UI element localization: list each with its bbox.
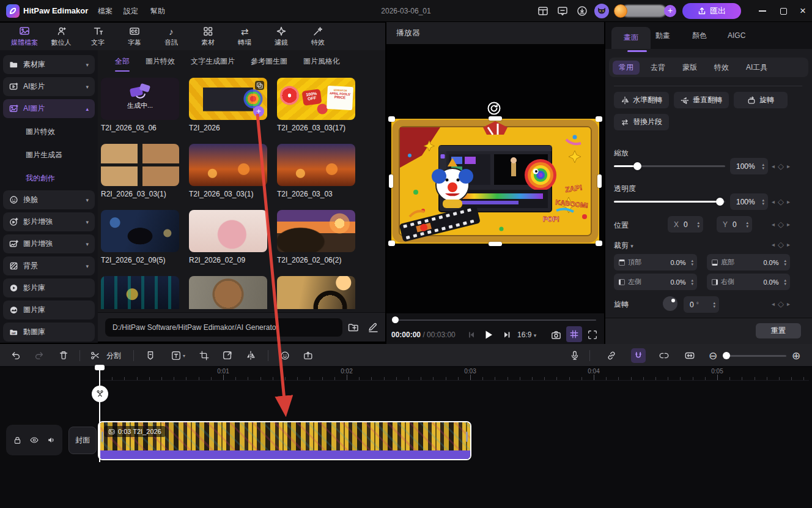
- undo-button[interactable]: [10, 349, 22, 362]
- next-keyframe-button[interactable]: ▸: [787, 241, 790, 248]
- resize-handle-n[interactable]: [489, 116, 502, 121]
- download-icon[interactable]: [576, 5, 588, 17]
- clip-trim-right[interactable]: [466, 431, 468, 442]
- subtab-remove-bg[interactable]: 去背: [644, 61, 671, 75]
- split-label[interactable]: 分割: [106, 349, 121, 362]
- resize-handle-w[interactable]: [389, 174, 393, 188]
- stepper[interactable]: ▴▾: [762, 198, 764, 206]
- redo-button[interactable]: [33, 349, 45, 362]
- prev-keyframe-button[interactable]: ◂: [772, 163, 775, 170]
- tab-all[interactable]: 全部: [115, 56, 130, 67]
- stepper[interactable]: ▴▾: [697, 221, 699, 228]
- play-button[interactable]: [481, 327, 496, 343]
- tab-text-to-image[interactable]: 文字生成圖片: [191, 56, 235, 67]
- resize-handle-nw[interactable]: [388, 116, 395, 122]
- tool-subtitle[interactable]: 字幕: [119, 24, 150, 50]
- stepper[interactable]: ▴▾: [691, 259, 693, 266]
- tool-text[interactable]: 文字: [82, 24, 114, 50]
- next-frame-button[interactable]: [499, 327, 515, 343]
- tool-audio[interactable]: ♪ 音訊: [155, 24, 187, 50]
- track-mute-icon[interactable]: [46, 435, 56, 445]
- media-item[interactable]: [189, 210, 267, 252]
- track-visibility-icon[interactable]: [29, 435, 39, 445]
- sidebar-item-material-library[interactable]: 素材庫▾: [3, 55, 95, 74]
- add-keyframe-button[interactable]: ◇: [778, 220, 784, 229]
- next-keyframe-button[interactable]: ▸: [787, 221, 790, 228]
- fullscreen-button[interactable]: [585, 327, 600, 343]
- rotate-handle[interactable]: [487, 102, 501, 115]
- clip-trim-left[interactable]: [102, 431, 103, 442]
- flip-horizontal-button[interactable]: 水準翻轉: [614, 92, 669, 108]
- sidebar-item-ai-image[interactable]: AI圖片▴: [3, 99, 95, 118]
- tab-reference-to-image[interactable]: 參考圖生圖: [251, 56, 287, 67]
- stepper[interactable]: ▴▾: [784, 259, 786, 266]
- split-icon[interactable]: [89, 349, 102, 362]
- previous-frame-button[interactable]: [463, 327, 479, 343]
- opacity-value-box[interactable]: 100% ▴▾: [730, 193, 768, 210]
- open-folder-icon[interactable]: [347, 321, 360, 334]
- mirror-button[interactable]: [245, 349, 257, 362]
- media-item[interactable]: [189, 144, 267, 186]
- opacity-slider[interactable]: [614, 201, 725, 203]
- sidebar-item-gif-library[interactable]: GIF 動圖庫: [3, 323, 95, 342]
- zoom-in-button[interactable]: ⊕: [790, 349, 802, 362]
- flip-vertical-button[interactable]: 垂直翻轉: [674, 92, 729, 108]
- add-keyframe-button[interactable]: ◇: [778, 240, 784, 249]
- menu-help[interactable]: 幫助: [150, 0, 165, 22]
- media-item[interactable]: [277, 210, 355, 252]
- opacity-slider-handle[interactable]: [716, 198, 724, 206]
- voiceover-button[interactable]: [569, 349, 581, 362]
- rotate-button[interactable]: 旋轉: [734, 92, 788, 108]
- export-button[interactable]: 匯出: [682, 3, 741, 19]
- zoom-out-button[interactable]: ⊖: [707, 349, 719, 362]
- resize-handle-e[interactable]: [597, 174, 602, 188]
- scale-value-box[interactable]: 100% ▴▾: [730, 158, 768, 174]
- prev-keyframe-button[interactable]: ◂: [772, 241, 775, 248]
- add-keyframe-button[interactable]: ◇: [778, 197, 784, 206]
- add-to-timeline-button[interactable]: +: [253, 106, 264, 117]
- close-button[interactable]: ×: [794, 0, 812, 22]
- sidebar-item-ai-video[interactable]: AI影片▾: [3, 77, 95, 96]
- media-item[interactable]: [189, 276, 267, 309]
- subtab-mask[interactable]: 蒙版: [676, 61, 703, 75]
- user-avatar[interactable]: [594, 4, 609, 18]
- sidebar-item-image-enhance[interactable]: 圖片增強▾: [3, 234, 95, 253]
- position-y-box[interactable]: Y 0 ▴▾: [717, 216, 752, 233]
- tab-image-stylize[interactable]: 圖片風格化: [303, 56, 340, 67]
- subtab-effects[interactable]: 特效: [708, 61, 735, 75]
- next-keyframe-button[interactable]: ▸: [787, 163, 790, 170]
- playhead[interactable]: [99, 365, 100, 462]
- resize-handle-ne[interactable]: [596, 116, 602, 122]
- tool-digital-human[interactable]: 數位人: [45, 24, 77, 50]
- export-frame-button[interactable]: [221, 349, 234, 362]
- rotate-knob[interactable]: [663, 296, 677, 311]
- playhead-handle[interactable]: [95, 365, 105, 370]
- edit-path-icon[interactable]: [367, 321, 379, 334]
- rotate-value-box[interactable]: 0 ° ▴▾: [684, 296, 719, 313]
- next-keyframe-button[interactable]: ▸: [787, 198, 790, 205]
- cover-button[interactable]: 封面: [68, 427, 97, 454]
- sidebar-item-video-enhance[interactable]: 影片增強▾: [3, 212, 95, 231]
- aspect-ratio-select[interactable]: 16:9 ▾: [517, 326, 536, 344]
- crop-tool-button[interactable]: [198, 349, 210, 362]
- link-clips-button[interactable]: [605, 349, 618, 362]
- add-keyframe-button[interactable]: ◇: [778, 299, 784, 308]
- snapshot-button[interactable]: [548, 327, 564, 343]
- tab-picture[interactable]: 畫面: [611, 27, 651, 49]
- sidebar-item-image-library[interactable]: 圖片庫: [3, 301, 95, 319]
- sidebar-item-background[interactable]: 背景▾: [3, 256, 95, 275]
- marker-button[interactable]: [144, 349, 157, 362]
- menu-settings[interactable]: 設定: [124, 0, 138, 22]
- feedback-icon[interactable]: [556, 5, 569, 17]
- media-item[interactable]: [101, 210, 179, 252]
- crop-bottom-box[interactable]: 底部 0.0% ▴▾: [707, 254, 790, 271]
- magnet-snap-button[interactable]: [631, 348, 646, 363]
- maximize-button[interactable]: [774, 0, 792, 22]
- media-item-t2i-2026[interactable]: +: [189, 78, 267, 120]
- media-item[interactable]: [101, 144, 179, 186]
- scale-slider[interactable]: [614, 165, 725, 167]
- add-text-button[interactable]: ▾: [168, 349, 188, 362]
- replace-clip-button[interactable]: 替換片段: [614, 114, 669, 130]
- tab-color[interactable]: 顏色: [692, 22, 707, 49]
- crop-top-box[interactable]: 頂部 0.0% ▴▾: [614, 254, 697, 271]
